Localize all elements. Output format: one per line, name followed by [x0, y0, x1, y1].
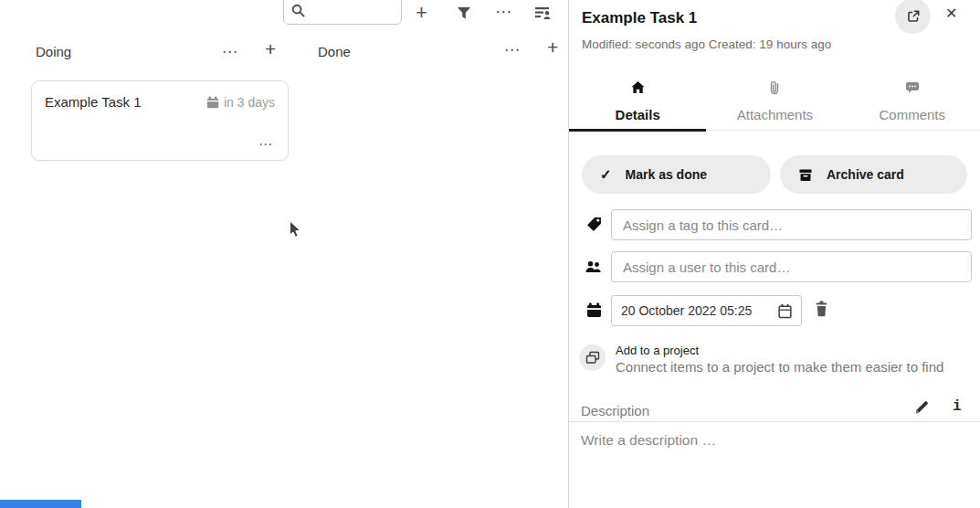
description-placeholder-text[interactable]: Write a description …	[581, 432, 716, 449]
column-title-done: Done	[318, 44, 351, 59]
open-in-window-button[interactable]	[895, 0, 931, 34]
pencil-icon	[914, 399, 930, 415]
remove-due-date-button[interactable]	[814, 301, 829, 320]
trash-icon	[814, 301, 829, 317]
card-detail-panel: Example Task 1 Modified: seconds ago Cre…	[568, 0, 980, 508]
panel-tab-bar: Details Attachments	[569, 77, 980, 131]
board-menu-button[interactable]: ⋯	[495, 1, 512, 22]
tab-comments[interactable]: Comments	[844, 77, 980, 130]
mark-as-done-label: Mark as done	[626, 167, 707, 182]
card-due-label: in 3 days	[224, 95, 275, 110]
description-info-button[interactable]: i	[953, 398, 962, 415]
project-frames-icon	[585, 351, 600, 365]
add-to-project-title[interactable]: Add to a project	[616, 344, 699, 357]
chat-bubble-icon	[905, 80, 920, 94]
card-menu-button[interactable]: ⋯	[258, 136, 273, 153]
edit-description-button[interactable]	[914, 399, 930, 418]
card-title: Example Task 1	[45, 94, 142, 110]
tab-details[interactable]: Details	[569, 77, 706, 130]
tab-attachments[interactable]: Attachments	[706, 77, 843, 130]
calendar-picker-icon[interactable]	[777, 303, 793, 319]
due-date-field[interactable]: 20 October 2022 05:25	[611, 295, 802, 326]
search-input-box[interactable]	[283, 0, 402, 25]
task-card[interactable]: Example Task 1 in 3 days ⋯	[31, 80, 289, 161]
archive-card-label: Archive card	[827, 167, 904, 182]
due-date-value: 20 October 2022 05:25	[621, 303, 752, 318]
users-icon	[585, 259, 603, 274]
add-to-project-subtitle: Connect items to a project to make them …	[616, 359, 943, 375]
add-card-button[interactable]: +	[416, 1, 427, 25]
search-input[interactable]	[310, 3, 396, 17]
add-to-project-button[interactable]	[579, 344, 606, 371]
calendar-icon	[206, 96, 219, 109]
external-link-icon	[906, 9, 921, 24]
mark-as-done-button[interactable]: ✓ Mark as done	[582, 155, 771, 194]
funnel-icon	[457, 6, 471, 20]
tab-attachments-label: Attachments	[706, 107, 843, 122]
tab-details-label: Details	[569, 107, 706, 122]
filter-button[interactable]	[457, 6, 471, 23]
check-icon: ✓	[600, 166, 612, 183]
tab-comments-label: Comments	[844, 107, 980, 122]
card-due-date: in 3 days	[206, 95, 275, 110]
column-doing-add-button[interactable]: +	[265, 38, 276, 60]
search-icon	[291, 4, 305, 17]
kanban-app-window: + ⋯ Doing ⋯ + Example Task 1 in 3 days	[0, 0, 980, 508]
panel-title: Example Task 1	[582, 9, 697, 27]
column-title-doing: Doing	[36, 44, 71, 59]
archive-card-button[interactable]: Archive card	[780, 155, 967, 194]
assign-user-input[interactable]	[611, 251, 972, 282]
card-details-toggle-button[interactable]	[535, 5, 552, 23]
list-person-icon	[535, 5, 552, 20]
panel-modified-created-meta: Modified: seconds ago Created: 19 hours …	[582, 37, 831, 51]
column-done-add-button[interactable]: +	[547, 37, 558, 58]
due-date-icon	[586, 302, 602, 318]
column-doing-menu-button[interactable]: ⋯	[222, 42, 238, 61]
archive-icon	[798, 168, 813, 182]
tag-icon	[586, 217, 602, 232]
home-icon	[630, 80, 646, 95]
assign-tag-input[interactable]	[611, 209, 972, 240]
column-done-menu-button[interactable]: ⋯	[504, 40, 521, 59]
bottom-left-accent-bar	[0, 500, 81, 508]
description-label: Description	[581, 403, 649, 418]
paperclip-icon	[769, 80, 780, 97]
close-panel-button[interactable]: ✕	[945, 5, 957, 22]
mouse-cursor	[289, 220, 302, 240]
description-divider	[569, 421, 980, 422]
